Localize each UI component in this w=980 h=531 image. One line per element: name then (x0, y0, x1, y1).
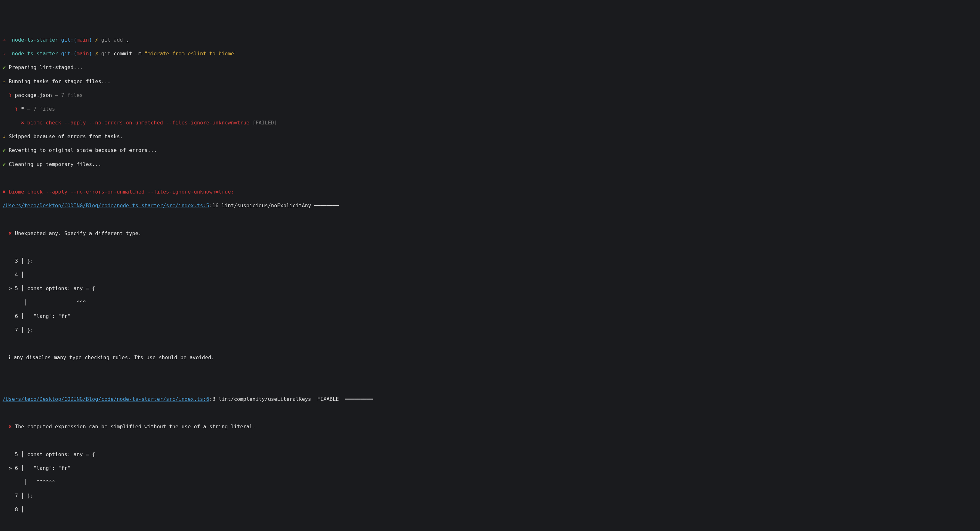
error-message: Unexpected any. Specify a different type… (12, 230, 142, 236)
dash: — (24, 106, 33, 112)
step-glob: ❯ * — 7 files (3, 106, 977, 113)
file-link[interactable]: /Users/teco/Desktop/CODING/Blog/code/nod… (3, 203, 209, 209)
x-icon: ✖ (3, 189, 6, 195)
git-label: git:( (61, 51, 76, 57)
issue1-info: ℹ any disables many type checking rules.… (3, 354, 977, 361)
x-icon: ✖ (9, 423, 12, 430)
gutter-pipe: │ (18, 271, 27, 277)
code-line-3: 3 │ }; (3, 257, 977, 265)
line-number: 6 (15, 465, 18, 471)
file-link[interactable]: /Users/teco/Desktop/CODING/Blog/code/nod… (3, 396, 209, 402)
info-text: any disables many type checking rules. I… (11, 354, 214, 360)
step-text: Skipped because of errors from tasks. (6, 133, 123, 139)
line-number: 6 (3, 313, 18, 319)
chevron-icon: ❯ (15, 106, 18, 112)
gutter-pipe: │ (18, 451, 27, 457)
rule-divider: ━━━━━━━━ (314, 203, 339, 209)
prompt-arrow: → (3, 51, 6, 57)
step-cleaning: ✔ Cleaning up temporary files... (3, 161, 977, 168)
blank-line (3, 520, 977, 527)
cmd-git: git (101, 51, 110, 57)
git-label: git:( (61, 37, 76, 43)
gutter-pipe: │ (18, 465, 27, 471)
code-line-7: 7 │ }; (3, 327, 977, 334)
rule-divider: ━━━━━━━━━ (345, 396, 373, 402)
code-line-7b: 7 │ }; (3, 492, 977, 499)
gutter-pipe: │ (21, 479, 30, 485)
code-line-8b: 8 │ (3, 506, 977, 513)
line-number: 5 (15, 285, 18, 292)
blank-line (3, 382, 977, 389)
check-icon: ✔ (3, 161, 6, 167)
check-icon: ✔ (3, 147, 6, 153)
step-preparing: ✔ Preparing lint-staged... (3, 64, 977, 71)
glob-pattern: * (21, 106, 24, 112)
failed-status: [FAILED] (252, 120, 277, 126)
issue1-location: /Users/teco/Desktop/CODING/Blog/code/nod… (3, 202, 977, 209)
cmd-git: git add (101, 37, 126, 43)
blank-line (3, 437, 977, 444)
code: "lang": "fr" (27, 313, 70, 319)
code: }; (27, 327, 33, 333)
blank-line (3, 409, 977, 417)
line-number: 7 (3, 327, 18, 333)
step-running: ⚠ Running tasks for staged files... (3, 78, 977, 85)
code-line-6b: > 6 │ "lang": "fr" (3, 465, 977, 472)
cmd-rest: commit -m (110, 51, 145, 57)
code-line-6b-caret: │ ^^^^^^ (3, 479, 977, 485)
git-close: ) (89, 51, 92, 57)
error-header: ✖ biome check --apply --no-errors-on-unm… (3, 189, 977, 195)
gutter-pipe: │ (18, 285, 27, 292)
file-name: package.json (15, 92, 52, 98)
pointer: > (3, 465, 15, 471)
issue2-location: /Users/teco/Desktop/CODING/Blog/code/nod… (3, 396, 977, 403)
gutter-pipe: │ (18, 327, 27, 333)
dirty-marker: ✗ (95, 51, 98, 57)
spacer (3, 479, 21, 485)
check-icon: ✔ (3, 64, 6, 70)
gutter-pipe: │ (18, 493, 27, 499)
terminal-output[interactable]: → node-ts-starter git:(main) ✗ git add .… (3, 29, 977, 531)
line-number: 5 (3, 451, 18, 457)
code: }; (27, 493, 33, 499)
code: const options: any = { (27, 451, 95, 457)
step-biome-failed: ✖ biome check --apply --no-errors-on-unm… (3, 119, 977, 126)
file-count: 7 files (33, 106, 55, 112)
blank-line (3, 340, 977, 347)
code: "lang": "fr" (27, 465, 70, 471)
step-text: Running tasks for staged files... (6, 78, 111, 84)
error-message: The computed expression can be simplifie… (12, 423, 256, 430)
step-package: ❯ package.json — 7 files (3, 92, 977, 99)
git-branch: main (76, 51, 89, 57)
step-reverting: ✔ Reverting to original state because of… (3, 147, 977, 154)
down-arrow-icon: ↓ (3, 133, 6, 139)
blank-line (3, 244, 977, 251)
pointer: > (3, 285, 15, 292)
code: }; (27, 258, 33, 264)
dirty-marker: ✗ (95, 37, 98, 43)
prompt-dir: node-ts-starter (12, 37, 58, 43)
chevron-icon: ❯ (9, 92, 12, 98)
gutter-pipe: │ (18, 506, 27, 512)
blank-line (3, 216, 977, 223)
git-close: ) (89, 37, 92, 43)
caret-marker: ^^^^^^ (30, 479, 55, 485)
x-icon: ✖ (21, 120, 24, 126)
blank-line (3, 368, 977, 375)
cmd-arg: . (126, 37, 129, 43)
issue2-message: ✖ The computed expression can be simplif… (3, 423, 977, 430)
warn-icon: ⚠ (3, 78, 6, 84)
prompt-line-2: → node-ts-starter git:(main) ✗ git commi… (3, 50, 977, 57)
spacer (3, 300, 21, 306)
code-line-5b: 5 │ const options: any = { (3, 451, 977, 458)
code-line-5: > 5 │ const options: any = { (3, 285, 977, 292)
git-branch: main (76, 37, 89, 43)
error-cmd: biome check --apply --no-errors-on-unmat… (9, 189, 234, 195)
code-line-4: 4 │ (3, 271, 977, 278)
line-number: 4 (3, 271, 18, 277)
line-number: 3 (3, 258, 18, 264)
issue1-message: ✖ Unexpected any. Specify a different ty… (3, 230, 977, 237)
loc-rule: :3 lint/complexity/useLiteralKeys FIXABL… (209, 396, 345, 402)
x-icon: ✖ (9, 230, 12, 236)
step-text: Reverting to original state because of e… (6, 147, 157, 153)
